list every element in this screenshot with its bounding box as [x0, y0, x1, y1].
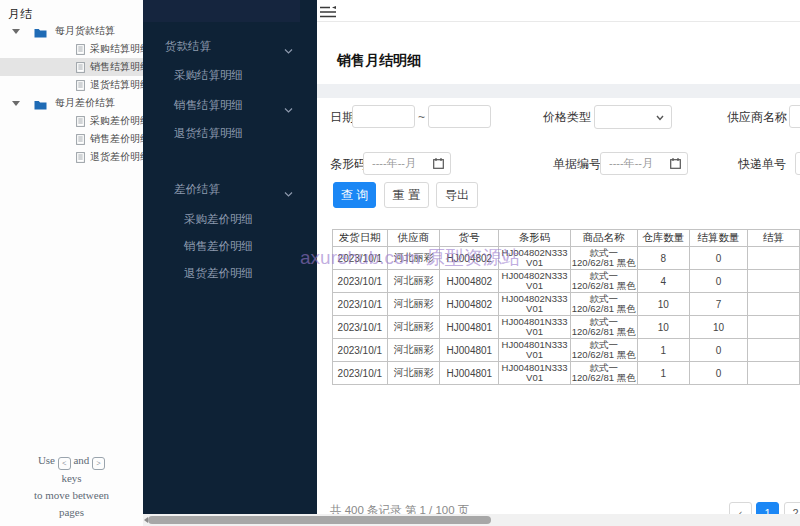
table-cell-supplier: 河北丽彩 — [387, 339, 440, 362]
table-cell-extra — [748, 247, 800, 270]
date-label: 日期 — [330, 105, 354, 129]
table-row: 2023/10/1河北丽彩HJ004802HJ004802N333V01款式一1… — [333, 293, 800, 316]
barcode-label: 条形码 — [330, 152, 366, 176]
document-icon — [76, 151, 85, 166]
section-divider — [317, 84, 800, 98]
column-header: 货号 — [440, 230, 499, 247]
tree-item-page[interactable]: 退货结算明细 — [0, 76, 143, 94]
date-from-input[interactable] — [352, 105, 415, 128]
document-icon — [76, 133, 85, 148]
column-header: 结算 — [748, 230, 800, 247]
table-cell-warehouse_qty: 8 — [637, 247, 689, 270]
table-cell-barcode: HJ004801N333V01 — [499, 339, 571, 362]
express-input[interactable]: ----年--月 — [795, 152, 800, 175]
table-cell-date: 2023/10/1 — [333, 293, 388, 316]
nav-item[interactable]: 销售结算明细 — [140, 96, 317, 114]
caret-down-icon[interactable] — [12, 101, 20, 106]
tree-item-label: 退货差价明细 — [90, 148, 143, 166]
table-row: 2023/10/1河北丽彩HJ004801HJ004801N333V01款式一1… — [333, 339, 800, 362]
page-title: 销售月结明细 — [337, 52, 421, 70]
table-cell-product: 款式一120/62/81 黑色 — [570, 247, 637, 270]
barcode-month-input[interactable]: ----年--月 — [363, 152, 451, 175]
tree-item-page[interactable]: 采购差价明细 — [0, 112, 143, 130]
table-cell-date: 2023/10/1 — [333, 362, 388, 385]
query-button[interactable]: 查 询 — [333, 182, 376, 208]
express-label: 快递单号 — [738, 152, 786, 176]
doc-no-label: 单据编号 — [553, 152, 601, 176]
table-cell-supplier: 河北丽彩 — [387, 247, 440, 270]
chevron-down-icon — [284, 101, 293, 119]
table-cell-supplier: 河北丽彩 — [387, 362, 440, 385]
nav-item-label: 差价结算 — [174, 183, 220, 195]
export-button[interactable]: 导出 — [436, 182, 478, 208]
table-cell-supplier: 河北丽彩 — [387, 270, 440, 293]
nav-item[interactable]: 销售差价明细 — [140, 237, 317, 255]
nav-item[interactable]: 退货结算明细 — [140, 124, 317, 142]
table-cell-date: 2023/10/1 — [333, 316, 388, 339]
scrollbar-thumb[interactable] — [148, 516, 491, 524]
table-cell-warehouse_qty: 4 — [637, 270, 689, 293]
nav-item-label: 货款结算 — [165, 40, 211, 52]
horizontal-scrollbar[interactable] — [143, 514, 800, 526]
table-cell-settle_qty: 7 — [690, 293, 748, 316]
nav-item[interactable]: 退货差价明细 — [140, 264, 317, 282]
tree-item-page[interactable]: 销售结算明细 — [0, 58, 143, 76]
nav-item[interactable]: 货款结算 — [140, 37, 317, 55]
table-cell-settle_qty: 0 — [690, 247, 748, 270]
doc-no-month-input[interactable]: ----年--月 — [600, 152, 688, 175]
price-type-select[interactable] — [594, 105, 672, 129]
hint-text: keys — [0, 470, 143, 487]
table-cell-supplier: 河北丽彩 — [387, 316, 440, 339]
table-row: 2023/10/1河北丽彩HJ004802HJ004802N333V01款式一1… — [333, 247, 800, 270]
date-to-input[interactable] — [428, 105, 491, 128]
supplier-input[interactable] — [789, 105, 800, 128]
document-icon — [76, 79, 85, 94]
folder-icon — [34, 98, 47, 112]
table-cell-barcode: HJ004802N333V01 — [499, 270, 571, 293]
column-header: 条形码 — [499, 230, 571, 247]
app-sidebar: 货款结算采购结算明细销售结算明细退货结算明细差价结算采购差价明细销售差价明细退货… — [140, 0, 317, 526]
column-header: 供应商 — [387, 230, 440, 247]
nav-item[interactable]: 差价结算 — [140, 180, 317, 198]
nav-item-label: 采购结算明细 — [174, 69, 243, 81]
tree-item-folder[interactable]: 每月货款结算 — [0, 22, 143, 40]
table-cell-product: 款式一120/62/81 黑色 — [570, 293, 637, 316]
table-cell-supplier: 河北丽彩 — [387, 293, 440, 316]
hint-text: to move between — [0, 487, 143, 504]
table-cell-product: 款式一120/62/81 黑色 — [570, 339, 637, 362]
column-header: 仓库数量 — [637, 230, 689, 247]
hint-text: pages — [0, 504, 143, 521]
hint-text: Use — [38, 454, 55, 466]
column-header: 结算数量 — [690, 230, 748, 247]
month-placeholder: ----年--月 — [372, 157, 416, 169]
menu-fold-icon[interactable] — [320, 4, 336, 22]
tree-item-page[interactable]: 销售差价明细 — [0, 130, 143, 148]
nav-item-label: 采购差价明细 — [184, 213, 253, 225]
caret-down-icon[interactable] — [12, 29, 20, 34]
table-cell-item_no: HJ004802 — [440, 247, 499, 270]
table-cell-product: 款式一120/62/81 黑色 — [570, 316, 637, 339]
table-cell-extra — [748, 316, 800, 339]
sitemap-panel: 月结 每月货款结算采购结算明细销售结算明细退货结算明细每月差价结算采购差价明细销… — [0, 0, 143, 526]
reset-button[interactable]: 重 置 — [384, 182, 429, 208]
tree-item-folder[interactable]: 每月差价结算 — [0, 94, 143, 112]
calendar-icon — [670, 158, 681, 169]
tree-item-page[interactable]: 退货差价明细 — [0, 148, 143, 166]
nav-item[interactable]: 采购差价明细 — [140, 210, 317, 228]
tree-item-label: 退货结算明细 — [90, 76, 143, 94]
tree-item-page[interactable]: 采购结算明细 — [0, 40, 143, 58]
table-cell-extra — [748, 339, 800, 362]
table-cell-warehouse_qty: 10 — [637, 293, 689, 316]
nav-item[interactable]: 采购结算明细 — [140, 66, 317, 84]
tree-item-label: 采购差价明细 — [90, 112, 143, 130]
sidebar-header — [140, 0, 300, 22]
table-cell-warehouse_qty: 10 — [637, 316, 689, 339]
table-cell-settle_qty: 0 — [690, 339, 748, 362]
keyboard-hint: Use < and > keys to move between pages — [0, 452, 143, 521]
folder-icon — [34, 26, 47, 40]
tree-item-label: 销售差价明细 — [90, 130, 143, 148]
table-cell-date: 2023/10/1 — [333, 247, 388, 270]
table-cell-item_no: HJ004802 — [440, 293, 499, 316]
main-content: 销售月结明细 日期 ~ 价格类型 供应商名称 条形码 ----年--月 单据编号… — [317, 0, 800, 526]
supplier-label: 供应商名称 — [727, 105, 787, 129]
